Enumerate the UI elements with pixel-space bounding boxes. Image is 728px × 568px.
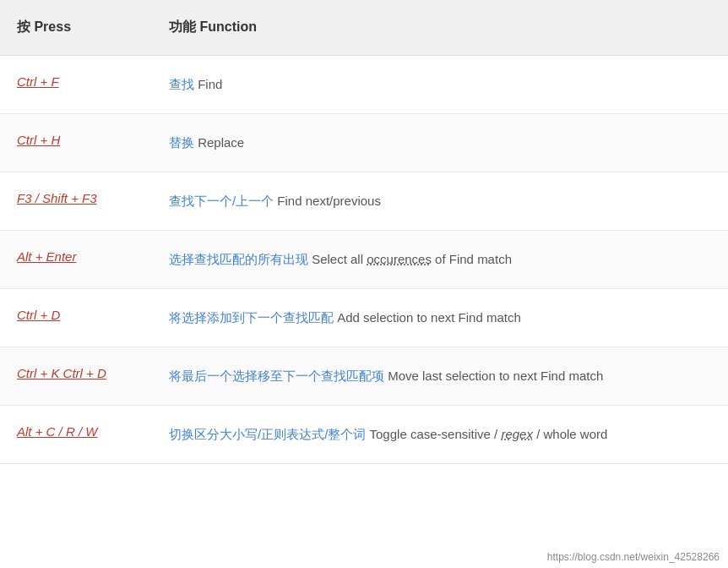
underlined-word: occurences: [367, 252, 432, 266]
function-cell: 选择查找匹配的所有出现 Select all occurences of Fin…: [152, 231, 728, 289]
press-header: 按 Press: [0, 0, 152, 56]
function-en: Find: [198, 77, 222, 91]
table-row: Ctrl + H替换 Replace: [0, 114, 728, 172]
press-cell: Ctrl + K Ctrl + D: [0, 347, 152, 406]
function-zh: 查找: [169, 77, 194, 91]
press-cell: Alt + C / R / W: [0, 406, 152, 464]
function-en: Toggle case-sensitive / regex / whole wo…: [370, 427, 608, 441]
shortcut-table: 按 Press 功能 Function Ctrl + F查找 FindCtrl …: [0, 0, 728, 464]
function-en: Select all occurences of Find match: [312, 252, 512, 266]
press-cell: Ctrl + D: [0, 289, 152, 347]
table-row: Ctrl + K Ctrl + D将最后一个选择移至下一个查找匹配项 Move …: [0, 347, 728, 406]
function-en: Move last selection to next Find match: [388, 369, 603, 383]
function-header: 功能 Function: [152, 0, 728, 56]
table-row: Ctrl + D将选择添加到下一个查找匹配 Add selection to n…: [0, 289, 728, 347]
press-cell: Ctrl + H: [0, 114, 152, 172]
function-zh: 选择查找匹配的所有出现: [169, 252, 308, 266]
function-zh: 将最后一个选择移至下一个查找匹配项: [169, 369, 384, 383]
function-cell: 将选择添加到下一个查找匹配 Add selection to next Find…: [152, 289, 728, 347]
function-cell: 替换 Replace: [152, 114, 728, 172]
table-row: Ctrl + F查找 Find: [0, 56, 728, 114]
table-row: F3 / Shift + F3查找下一个/上一个 Find next/previ…: [0, 172, 728, 231]
function-zh: 替换: [169, 135, 194, 150]
function-cell: 切换区分大小写/正则表达式/整个词 Toggle case-sensitive …: [152, 406, 728, 464]
function-zh: 切换区分大小写/正则表达式/整个词: [169, 427, 366, 441]
function-zh: 查找下一个/上一个: [169, 194, 274, 208]
function-cell: 查找下一个/上一个 Find next/previous: [152, 172, 728, 231]
press-cell: F3 / Shift + F3: [0, 172, 152, 231]
function-zh: 将选择添加到下一个查找匹配: [169, 310, 334, 325]
table-header: 按 Press 功能 Function: [0, 0, 728, 56]
table-row: Alt + Enter选择查找匹配的所有出现 Select all occure…: [0, 231, 728, 289]
function-en: Find next/previous: [277, 194, 381, 208]
italic-word: regex: [501, 427, 533, 441]
press-cell: Alt + Enter: [0, 231, 152, 289]
press-cell: Ctrl + F: [0, 56, 152, 114]
table-row: Alt + C / R / W切换区分大小写/正则表达式/整个词 Toggle …: [0, 406, 728, 464]
function-cell: 查找 Find: [152, 56, 728, 114]
function-en: Add selection to next Find match: [337, 310, 521, 325]
function-cell: 将最后一个选择移至下一个查找匹配项 Move last selection to…: [152, 347, 728, 406]
function-en: Replace: [198, 135, 244, 150]
